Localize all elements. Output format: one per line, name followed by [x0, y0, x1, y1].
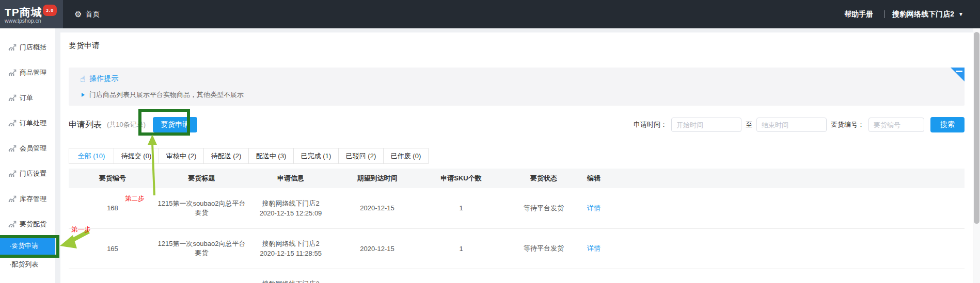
status-tab[interactable]: 已驳回 (2): [338, 148, 384, 164]
gear-icon: ⚙: [74, 10, 82, 19]
column-header: 申请SKU个数: [420, 169, 502, 188]
end-time-input[interactable]: [756, 118, 827, 132]
tip-title: 操作提示: [89, 74, 118, 84]
main-area: 要货申请 ☝ 操作提示 门店商品列表只展示平台实物商品，其他类型不展示 申请列表…: [55, 28, 980, 283]
start-time-input[interactable]: [671, 118, 741, 132]
apply-timestamp: 2020-12-15 12:25:09: [247, 208, 335, 218]
content-card: 要货申请 ☝ 操作提示 门店商品列表只展示平台实物商品，其他类型不展示 申请列表…: [60, 32, 973, 283]
sidebar-item[interactable]: 门店概括: [0, 35, 55, 60]
topbar: TP商城3.0 www.tpshop.cn ⚙ 首页 帮助手册 搜豹网络线下门店…: [0, 0, 980, 28]
cell-edit: 详情: [585, 228, 626, 269]
cell-edit: 详情: [585, 188, 626, 228]
sidebar-subitem[interactable]: ·配货列表: [0, 255, 55, 274]
status-tab[interactable]: 已完成 (1): [293, 148, 339, 164]
version-badge: 3.0: [43, 5, 57, 16]
detail-link[interactable]: 详情: [587, 244, 600, 252]
operation-tip-box: ☝ 操作提示 门店商品列表只展示平台实物商品，其他类型不展示: [69, 68, 965, 106]
table-header-row: 要货编号要货标题申请信息期望到达时间申请SKU个数要货状态编辑: [69, 169, 965, 188]
column-header: 申请信息: [247, 169, 335, 188]
sidebar-item-label: 要货配货: [20, 220, 46, 229]
sidebar-subitem[interactable]: ·要货申请: [0, 237, 55, 255]
bar-chart-icon: [8, 69, 17, 76]
column-header: 要货状态: [502, 169, 585, 188]
cell-request-id: 168: [69, 188, 156, 228]
applicant-store: 搜豹网络线下门店2: [247, 279, 335, 283]
bar-chart-icon: [8, 170, 17, 177]
logo-url: www.tpshop.cn: [5, 18, 63, 24]
cell-apply-info: 搜豹网络线下门店22020-12-15 11:28:55: [247, 228, 335, 269]
cell-sku-count: 1: [420, 228, 502, 269]
sidebar-item-label: 订单: [20, 93, 33, 103]
record-count: (共10条记录): [107, 120, 146, 129]
applicant-store: 搜豹网络线下门店2: [247, 198, 335, 208]
scrollbar-track[interactable]: [973, 28, 980, 283]
table-row: 1651215第一次soubao2向总平台要货搜豹网络线下门店22020-12-…: [69, 228, 965, 269]
status-tab[interactable]: 已作废 (0): [383, 148, 429, 164]
sidebar-subitem-label: ·要货申请: [9, 241, 38, 251]
sidebar-item-label: 门店设置: [20, 169, 46, 178]
sidebar-item[interactable]: 要货配货: [0, 211, 55, 237]
order-no-input[interactable]: [868, 118, 924, 132]
column-header: 编辑: [585, 169, 626, 188]
bar-chart-icon: [8, 220, 17, 228]
status-tab[interactable]: 全部 (10): [69, 148, 114, 164]
cell-expect-date: 2020-12-15: [335, 188, 420, 228]
column-header: 期望到达时间: [335, 169, 420, 188]
cell-status: 等待平台审核: [502, 269, 585, 283]
status-tab[interactable]: 配送中 (3): [248, 148, 294, 164]
search-button[interactable]: 搜索: [930, 117, 965, 132]
bar-chart-icon: [8, 94, 17, 102]
sidebar-item[interactable]: 商品管理: [0, 60, 55, 85]
store-account-dropdown[interactable]: 搜豹网络线下门店2 ▼: [892, 10, 963, 19]
cell-expect-date: 2021-01-15: [335, 269, 420, 283]
status-tab[interactable]: 审核中 (2): [159, 148, 204, 164]
tip-collapse-corner[interactable]: [951, 68, 965, 81]
minus-icon: [956, 71, 962, 72]
store-name: 搜豹网络线下门店2: [892, 10, 954, 19]
cell-request-title: 1215第一次soubao2向总平台要货: [156, 188, 247, 228]
triangle-bullet-icon: [82, 93, 85, 97]
sidebar-item[interactable]: 门店设置: [0, 161, 55, 186]
apply-goods-button[interactable]: 要货申请: [153, 117, 197, 132]
tip-title-row: ☝ 操作提示: [80, 74, 965, 84]
to-label: 至: [746, 120, 752, 129]
sidebar-subitem-label: ·配货列表: [9, 260, 38, 269]
scrollbar-thumb[interactable]: [974, 32, 979, 224]
nav-home[interactable]: ⚙ 首页: [74, 10, 100, 19]
sidebar-item-label: 订单处理: [20, 119, 46, 128]
list-title: 申请列表: [69, 120, 102, 130]
column-header: 要货标题: [156, 169, 247, 188]
apply-time-label: 申请时间：: [634, 120, 667, 129]
home-label: 首页: [85, 10, 100, 19]
detail-link[interactable]: 详情: [587, 204, 600, 212]
cell-status: 等待平台发货: [502, 228, 585, 269]
sidebar-item[interactable]: 订单处理: [0, 110, 55, 136]
sidebar-item-label: 商品管理: [20, 68, 46, 77]
sidebar-item-label: 库存管理: [20, 194, 46, 204]
applicant-store: 搜豹网络线下门店2: [247, 239, 335, 248]
sidebar-item[interactable]: 订单: [0, 85, 55, 110]
cell-sku-count: 1: [420, 269, 502, 283]
cell-apply-info: 搜豹网络线下门店22020-12-15 11:27:48: [247, 269, 335, 283]
status-tab[interactable]: 待提交 (0): [114, 148, 159, 164]
apply-timestamp: 2020-12-15 11:28:55: [247, 248, 335, 258]
column-header: 要货编号: [69, 169, 156, 188]
status-tab[interactable]: 待配送 (2): [203, 148, 249, 164]
bar-chart-icon: [8, 144, 17, 152]
cell-expect-date: 2020-12-15: [335, 228, 420, 269]
topbar-right: 帮助手册 搜豹网络线下门店2 ▼: [844, 10, 963, 19]
tip-text: 门店商品列表只展示平台实物商品，其他类型不展示: [89, 90, 244, 99]
help-manual-link[interactable]: 帮助手册: [844, 10, 873, 19]
list-header-row: 申请列表 (共10条记录) 要货申请 申请时间： 至 要货编号： 搜索: [69, 116, 965, 133]
sidebar-item-label: 门店概括: [20, 43, 46, 52]
cell-request-title: 1215第一次soubao2向总平台要货: [156, 228, 247, 269]
bar-chart-icon: [8, 119, 17, 127]
bar-chart-icon: [8, 43, 17, 51]
sidebar-item[interactable]: 会员管理: [0, 136, 55, 161]
order-no-label: 要货编号：: [831, 120, 864, 129]
table-row: 1681215第一次soubao2向总平台要货搜豹网络线下门店22020-12-…: [69, 188, 965, 228]
app-logo[interactable]: TP商城3.0 www.tpshop.cn: [0, 0, 63, 28]
bar-chart-icon: [8, 195, 17, 203]
sidebar-item[interactable]: 库存管理: [0, 186, 55, 211]
chevron-down-icon: ▼: [958, 12, 963, 17]
